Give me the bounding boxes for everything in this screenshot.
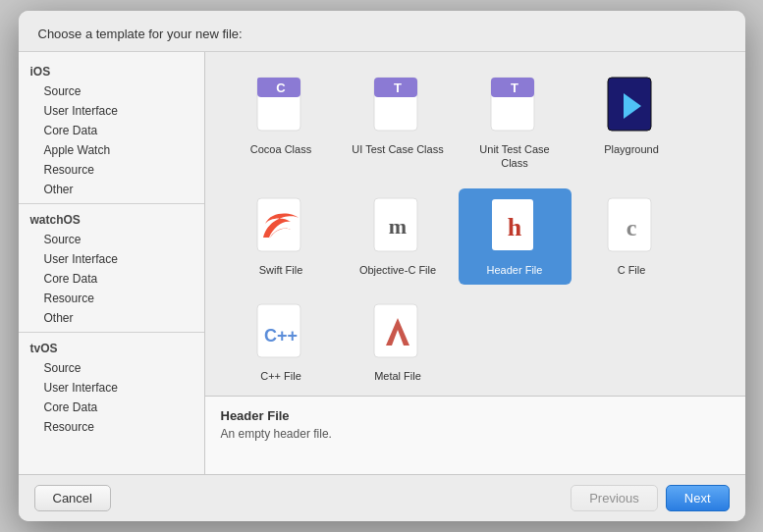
metal-file-icon — [372, 302, 423, 363]
svg-text:C++: C++ — [264, 326, 298, 346]
sidebar-item-user-interface-1[interactable]: User Interface — [19, 249, 204, 269]
sidebar-section-ios: iOS — [19, 60, 204, 81]
description-title: Header File — [221, 408, 730, 423]
sidebar-section-watchos: watchOS — [19, 208, 204, 230]
dialog-footer: Cancel Previous Next — [19, 474, 745, 521]
cpp-file-label: C++ File — [260, 369, 301, 383]
file-item-objective-c[interactable]: m Objective-C File — [342, 188, 455, 285]
ui-test-case-icon: T — [372, 76, 423, 136]
description-area: Header File An empty header file. — [205, 396, 745, 474]
sidebar-item-user-interface-0[interactable]: User Interface — [19, 101, 204, 121]
template-dialog: Choose a template for your new file: iOS… — [19, 11, 745, 521]
sidebar-item-core-data-1[interactable]: Core Data — [19, 269, 204, 289]
file-item-metal-file[interactable]: Metal File — [342, 294, 455, 391]
sidebar-item-apple-watch-0[interactable]: Apple Watch — [19, 140, 204, 160]
file-item-c-file[interactable]: c C File — [575, 188, 688, 285]
dialog-title: Choose a template for your new file: — [38, 27, 243, 41]
metal-file-label: Metal File — [374, 369, 421, 383]
sidebar-item-user-interface-2[interactable]: User Interface — [19, 378, 204, 398]
ui-test-case-label: UI Test Case Class — [352, 142, 443, 156]
sidebar-item-core-data-2[interactable]: Core Data — [19, 398, 204, 417]
sidebar-item-resource-1[interactable]: Resource — [19, 289, 204, 308]
cancel-button[interactable]: Cancel — [34, 485, 111, 511]
sidebar-divider — [19, 332, 204, 333]
c-file-icon: c — [606, 196, 657, 257]
sidebar-item-other-1[interactable]: Other — [19, 308, 204, 328]
file-item-cocoa-class[interactable]: C Cocoa Class — [225, 68, 338, 179]
previous-button[interactable]: Previous — [571, 485, 658, 511]
file-item-swift-file[interactable]: Swift File — [225, 188, 338, 285]
c-file-label: C File — [618, 263, 646, 277]
unit-test-case-label: Unit Test Case Class — [465, 142, 564, 171]
file-item-cpp-file[interactable]: C++ C++ File — [225, 294, 338, 391]
sidebar-item-resource-2[interactable]: Resource — [19, 417, 204, 437]
sidebar-item-source-0[interactable]: Source — [19, 81, 204, 101]
sidebar-item-resource-0[interactable]: Resource — [19, 160, 204, 180]
unit-test-case-icon: T — [489, 76, 540, 136]
header-file-icon: h — [489, 196, 540, 257]
objective-c-label: Objective-C File — [359, 263, 436, 277]
svg-text:h: h — [508, 213, 522, 241]
file-grid: C Cocoa Class T UI Test Case Class T Uni… — [205, 52, 745, 396]
description-text: An empty header file. — [221, 427, 730, 441]
cpp-file-icon: C++ — [255, 302, 306, 363]
sidebar-item-core-data-0[interactable]: Core Data — [19, 121, 204, 140]
sidebar-section-tvos: tvOS — [19, 337, 204, 358]
dialog-header: Choose a template for your new file: — [19, 11, 745, 52]
playground-icon — [606, 76, 657, 136]
sidebar-item-other-0[interactable]: Other — [19, 180, 204, 199]
file-item-playground[interactable]: Playground — [575, 68, 688, 179]
svg-text:m: m — [389, 214, 407, 239]
svg-text:C: C — [276, 80, 286, 95]
sidebar-item-source-1[interactable]: Source — [19, 230, 204, 249]
file-item-unit-test-case[interactable]: T Unit Test Case Class — [459, 68, 572, 179]
playground-label: Playground — [604, 142, 659, 156]
content-area: C Cocoa Class T UI Test Case Class T Uni… — [205, 52, 745, 474]
swift-file-icon — [255, 196, 306, 257]
objective-c-icon: m — [372, 196, 423, 257]
file-item-header-file[interactable]: h Header File — [459, 188, 572, 285]
dialog-body: iOSSourceUser InterfaceCore DataApple Wa… — [19, 52, 745, 474]
next-button[interactable]: Next — [666, 485, 730, 511]
sidebar-item-source-2[interactable]: Source — [19, 358, 204, 378]
svg-text:T: T — [394, 80, 402, 95]
cocoa-class-icon: C — [255, 76, 306, 136]
file-item-ui-test-case[interactable]: T UI Test Case Class — [342, 68, 455, 179]
header-file-label: Header File — [487, 263, 543, 277]
svg-text:c: c — [627, 215, 637, 240]
cocoa-class-label: Cocoa Class — [250, 142, 311, 156]
swift-file-label: Swift File — [259, 263, 303, 277]
sidebar-divider — [19, 203, 204, 204]
svg-text:T: T — [511, 80, 518, 95]
sidebar: iOSSourceUser InterfaceCore DataApple Wa… — [19, 52, 205, 474]
